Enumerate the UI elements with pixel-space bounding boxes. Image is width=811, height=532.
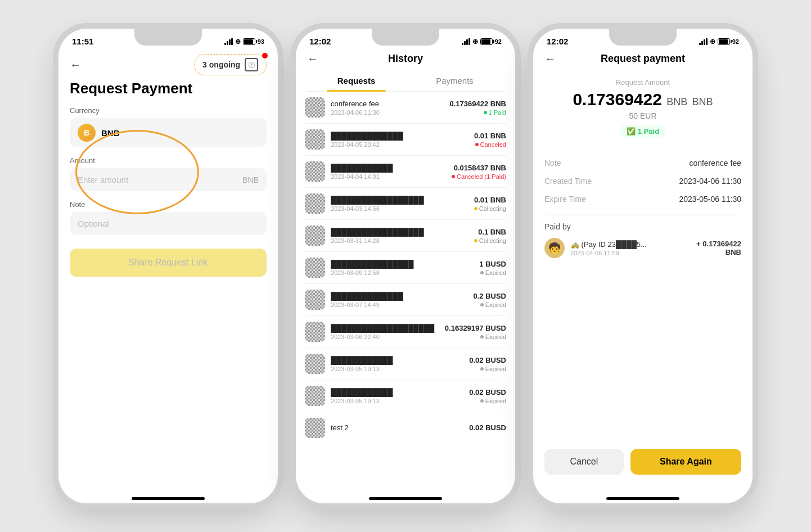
currency-selector[interactable]: B BNB xyxy=(70,118,267,147)
list-item[interactable]: ██████████████ 2023-03-07 14:49 0.2 BUSD… xyxy=(305,284,506,316)
phone2-content: ← History Requests Payments conference f… xyxy=(296,49,515,493)
item-date: 2023-03-06 22:40 xyxy=(331,333,439,340)
cancel-button[interactable]: Cancel xyxy=(544,449,624,475)
item-amount: 0.02 BUSD xyxy=(469,423,506,432)
time-1: 11:51 xyxy=(72,37,93,46)
list-item[interactable]: ████████████ 2023-03-05 19:13 0.02 BUSD … xyxy=(305,380,506,412)
amount-unit-text: BNB xyxy=(692,96,713,107)
action-buttons: Cancel Share Again xyxy=(533,442,753,481)
tab-requests[interactable]: Requests xyxy=(307,70,406,91)
item-info: ████████████ 2023-03-05 19:13 xyxy=(331,388,463,404)
battery-level-2: 92 xyxy=(495,38,502,45)
item-right: 0.02 BUSD Expired xyxy=(469,356,506,372)
paid-label: 1 Paid xyxy=(638,127,659,136)
item-name: test 2 xyxy=(331,423,463,432)
ongoing-badge[interactable]: 3 ongoing 🕐 xyxy=(194,54,267,75)
detail-content: Request Amount 0.17369422 BNB BNB 50 EUR… xyxy=(533,67,753,442)
list-item[interactable]: ██████████████ 2023-04-05 20:42 0.01 BNB… xyxy=(305,124,506,156)
created-row: Created Time 2023-04-06 11:30 xyxy=(544,172,741,190)
item-amount: 0.1 BNB xyxy=(474,228,506,236)
created-val: 2023-04-06 11:30 xyxy=(679,177,741,186)
back-button-1[interactable]: ← xyxy=(70,58,81,71)
item-status: Expired xyxy=(469,398,506,404)
history-tabs: Requests Payments xyxy=(307,70,504,92)
back-button-2[interactable]: ← xyxy=(307,52,318,65)
screen1-nav: ← 3 ongoing 🕐 xyxy=(58,49,278,78)
item-amount: 0.16329197 BUSD xyxy=(445,324,506,332)
list-item[interactable]: ████████████ 2023-04-04 14:01 0.0158437 … xyxy=(305,156,506,188)
item-right: 0.01 BNB Collecting xyxy=(474,196,506,212)
expire-val: 2023-05-06 11:30 xyxy=(679,195,741,204)
item-status: Expired xyxy=(473,301,506,308)
item-info: test 2 xyxy=(331,423,463,433)
item-date: 2023-04-04 14:01 xyxy=(331,173,446,180)
status-label: Expired xyxy=(485,269,506,276)
item-date: 2023-04-05 20:42 xyxy=(331,141,468,148)
item-right: 0.02 BUSD xyxy=(469,423,506,433)
item-right: 0.1 BNB Collecting xyxy=(474,228,506,244)
detail-rows: Note conference fee Created Time 2023-04… xyxy=(544,147,741,215)
status-dot xyxy=(480,303,484,306)
status-label: Expired xyxy=(485,333,506,340)
amount-placeholder: Enter amount xyxy=(78,175,128,184)
item-date: 2023-04-03 14:56 xyxy=(331,205,468,212)
back-button-3[interactable]: ← xyxy=(544,52,556,65)
status-dot xyxy=(480,271,484,274)
item-icon xyxy=(305,354,325,374)
list-item[interactable]: ████████████ 2023-03-05 19:13 0.02 BUSD … xyxy=(305,348,506,380)
battery-level-3: 92 xyxy=(732,38,739,45)
checkmark-icon: ✅ xyxy=(627,127,636,136)
item-name: ████████████ xyxy=(331,388,463,396)
phone3-content: ← Request payment Request Amount 0.17369… xyxy=(533,49,753,493)
status-icons-1: ⊕ 93 xyxy=(224,38,264,46)
list-item[interactable]: ██████████████████ 2023-04-03 14:56 0.01… xyxy=(305,188,506,220)
status-label: Canceled xyxy=(480,141,506,148)
item-info: ██████████████ 2023-04-05 20:42 xyxy=(331,132,468,148)
item-name: ████████████ xyxy=(331,164,446,172)
history-nav: ← History xyxy=(296,49,515,67)
status-dot xyxy=(452,175,455,178)
list-item[interactable]: conference fee 2023-04-06 11:30 0.173694… xyxy=(305,92,506,124)
item-name: ████████████████████ xyxy=(331,324,439,332)
share-request-button[interactable]: Share Request Link xyxy=(70,249,267,277)
history-icon: 🕐 xyxy=(245,58,258,71)
list-item[interactable]: ██████████████████ 2023-03-31 14:28 0.1 … xyxy=(305,220,506,252)
payer-unit: BNB xyxy=(696,248,741,256)
tab-payments[interactable]: Payments xyxy=(406,70,504,91)
signal-icon-2 xyxy=(462,38,470,45)
item-name: conference fee xyxy=(331,100,444,108)
list-item[interactable]: test 2 0.02 BUSD xyxy=(305,412,506,444)
wifi-icon-3: ⊕ xyxy=(710,38,715,46)
payer-avatar: 🧒 xyxy=(544,238,565,258)
note-input[interactable]: Optional xyxy=(70,212,267,235)
form-section: Currency B BNB Amount Enter amount BNB N… xyxy=(58,106,278,277)
list-item[interactable]: ████████████████████ 2023-03-06 22:40 0.… xyxy=(305,316,506,348)
status-dot xyxy=(475,143,479,146)
status-label: 1 Paid xyxy=(489,109,506,116)
amount-section: Request Amount 0.17369422 BNB BNB 50 EUR… xyxy=(544,67,741,147)
item-icon xyxy=(305,386,325,406)
status-label: Collecting xyxy=(479,237,506,244)
home-indicator-3 xyxy=(606,497,679,500)
item-date: 2023-04-06 11:30 xyxy=(331,109,444,116)
item-date: 2023-03-05 19:13 xyxy=(331,398,463,404)
share-again-button[interactable]: Share Again xyxy=(630,449,741,475)
signal-icon-3 xyxy=(699,38,708,45)
item-icon xyxy=(305,161,325,182)
status-icons-2: ⊕ 92 xyxy=(462,38,502,46)
history-list: conference fee 2023-04-06 11:30 0.173694… xyxy=(296,92,515,481)
time-3: 12:02 xyxy=(547,37,568,46)
item-name: ████████████ xyxy=(331,356,463,364)
item-amount: 0.02 BUSD xyxy=(469,388,506,396)
list-item[interactable]: ████████████████ 2023-03-09 12:58 1 BUSD… xyxy=(305,252,506,284)
phones-container: 11:51 ⊕ 93 ← 3 ongoing xyxy=(36,6,775,526)
amount-input[interactable]: Enter amount BNB xyxy=(70,168,267,191)
item-icon xyxy=(305,129,325,150)
item-name: ████████████████ xyxy=(331,260,474,268)
item-right: 0.01 BNB Canceled xyxy=(474,132,506,148)
status-icons-3: ⊕ 92 xyxy=(699,38,739,46)
ongoing-label: 3 ongoing xyxy=(202,60,240,69)
item-right: 0.17369422 BNB 1 Paid xyxy=(450,100,506,116)
item-right: 0.02 BUSD Expired xyxy=(469,388,506,404)
item-info: conference fee 2023-04-06 11:30 xyxy=(331,100,444,116)
